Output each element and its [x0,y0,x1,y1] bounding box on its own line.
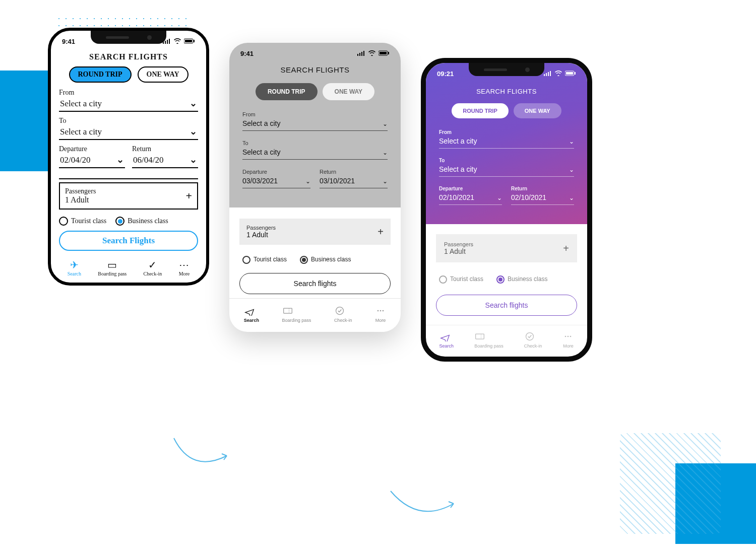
trip-type-round[interactable]: ROUND TRIP [69,66,132,83]
chevron-down-icon: ⌄ [116,154,124,165]
departure-select[interactable]: 03/03/2021⌄ [242,175,310,188]
svg-rect-25 [566,72,573,75]
trip-type-oneway[interactable]: ONE WAY [323,83,375,100]
plane-icon: ✈ [68,259,81,271]
class-business-radio[interactable]: Business class [496,275,547,284]
class-tourist-radio[interactable]: Tourist class [439,275,483,284]
nav-more[interactable]: ⋯More [179,259,190,276]
chevron-down-icon: ⌄ [569,194,574,201]
to-select[interactable]: Select a city ⌄ [59,125,198,140]
page-title: SEARCH FLIGHTS [426,81,587,103]
departure-value: 02/04/20 [60,155,90,165]
from-label: From [242,111,388,117]
trip-type-oneway[interactable]: ONE WAY [138,66,188,83]
return-value: 06/04/20 [133,155,163,165]
progress-arrow-1 [171,433,232,468]
trip-type-round[interactable]: ROUND TRIP [452,103,508,118]
departure-select[interactable]: 02/04/20 ⌄ [59,153,125,168]
to-value: Select a city [60,127,102,137]
from-select[interactable]: Select a city ⌄ [59,97,198,112]
page-title: SEARCH FLIGHTS [59,52,198,61]
class-business-radio[interactable]: Business class [115,217,168,226]
departure-select[interactable]: 02/10/2021⌄ [439,191,502,205]
trip-type-oneway[interactable]: ONE WAY [514,103,561,118]
trip-type-round[interactable]: ROUND TRIP [256,83,318,100]
to-label: To [439,158,574,163]
wireframe-mockup: 9:41 SEARCH FLIGHTS ROUND TRIP ONE WAY F… [229,43,401,362]
svg-rect-22 [548,72,549,76]
hifi-mockup: 09:21 SEARCH FLIGHTS ROUND TRIP ONE WAY … [421,58,592,362]
nav-search[interactable]: Search [439,331,454,349]
signal-icon [357,50,365,57]
from-value: Select a city [60,99,102,109]
return-select[interactable]: 06/04/20 ⌄ [132,153,198,168]
from-select[interactable]: Select a city⌄ [242,117,388,131]
passengers-value: 1 Adult [246,231,276,239]
passengers-value: 1 Adult [65,195,96,204]
from-label: From [439,129,574,135]
plus-icon[interactable]: + [185,189,192,202]
passengers-stepper[interactable]: Passengers 1 Adult + [59,182,198,210]
nav-checkin[interactable]: Check-in [334,306,352,323]
svg-point-29 [526,333,533,340]
plane-icon [439,331,451,341]
chevron-down-icon: ⌄ [305,178,310,185]
search-flights-button[interactable]: Search flights [436,295,577,316]
passengers-stepper[interactable]: Passengers 1 Adult + [436,234,577,262]
svg-rect-23 [550,71,551,76]
class-tourist-radio[interactable]: Tourist class [59,217,106,226]
plus-icon[interactable]: + [563,243,569,254]
from-select[interactable]: Select a city⌄ [439,135,574,149]
status-bar: 9:41 [229,43,401,60]
search-flights-button[interactable]: Search flights [239,273,391,294]
wifi-icon [368,50,376,57]
nav-boarding-pass[interactable]: Boarding pass [282,306,311,323]
class-business-radio[interactable]: Business class [300,256,351,264]
svg-rect-13 [388,52,389,54]
passengers-stepper[interactable]: Passengers 1 Adult + [239,219,391,245]
phone-notch [91,31,166,44]
decorative-square-bottom-right [675,463,756,544]
radio-icon [59,217,68,226]
check-circle-icon [334,306,345,316]
svg-point-32 [570,336,572,337]
svg-rect-14 [283,308,292,313]
nav-boarding-pass[interactable]: Boarding pass [474,331,503,349]
nav-search[interactable]: Search [244,306,259,323]
nav-checkin[interactable]: Check-in [524,331,542,349]
svg-rect-2 [167,40,168,44]
nav-more[interactable]: More [375,306,386,323]
departure-value: 02/10/2021 [439,193,474,201]
nav-more[interactable]: More [562,331,574,349]
svg-rect-20 [544,74,545,76]
progress-arrow-2 [388,483,459,519]
svg-rect-26 [575,72,576,75]
status-time: 9:41 [62,38,75,45]
radio-icon [115,217,124,226]
passengers-label: Passengers [444,241,473,247]
status-time: 09:21 [437,70,454,78]
battery-icon [184,38,195,45]
plus-icon[interactable]: + [377,226,384,238]
svg-rect-10 [363,51,364,56]
nav-boarding-pass[interactable]: ▭Boarding pass [98,259,127,276]
passengers-label: Passengers [65,187,96,195]
nav-checkin[interactable]: ✓Check-in [144,259,162,276]
search-flights-button[interactable]: Search Flights [59,231,198,251]
bottom-nav: Search Boarding pass Check-in More [426,325,587,357]
svg-rect-21 [546,73,547,76]
status-time: 9:41 [240,50,254,57]
return-select[interactable]: 02/10/2021⌄ [511,191,574,205]
return-select[interactable]: 03/10/2021⌄ [320,175,388,188]
radio-icon [439,275,447,284]
return-label: Return [132,145,198,153]
class-tourist-radio[interactable]: Tourist class [242,256,287,264]
return-value: 02/10/2021 [511,193,546,201]
ticket-icon [282,306,293,316]
to-select[interactable]: Select a city⌄ [439,163,574,177]
bottom-nav: Search Boarding pass Check-in More [229,298,401,332]
nav-search[interactable]: ✈Search [68,259,81,276]
to-select[interactable]: Select a city⌄ [242,146,388,160]
svg-point-31 [568,336,569,337]
svg-rect-3 [169,39,170,44]
